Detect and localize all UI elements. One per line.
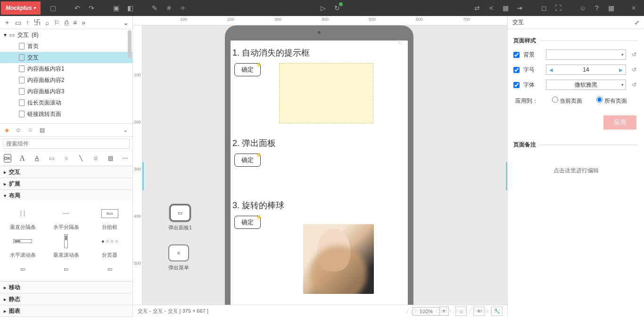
reset-icon[interactable]: ↺ (630, 51, 638, 58)
tree-item[interactable]: 内容面板内容2 (0, 74, 132, 86)
bg-color-picker[interactable]: ▾ (546, 49, 626, 60)
acc-extend[interactable]: 扩展 (0, 178, 132, 189)
paint-icon[interactable]: ✧ (179, 4, 187, 12)
publish-icon[interactable]: ⇥ (516, 4, 523, 12)
radio-all[interactable]: 所有页面 (596, 97, 627, 105)
collapse-icon[interactable]: ⤢ (635, 19, 639, 26)
toast-placeholder[interactable] (279, 63, 373, 123)
ruler-horizontal[interactable]: 100 200 300 400 500 600 700 (133, 16, 507, 25)
crop-icon[interactable]: ◧ (126, 4, 134, 12)
window-icon[interactable]: ◻ (540, 4, 548, 12)
qr-icon[interactable]: ▦ (502, 4, 509, 12)
app-logo[interactable]: Mockplus (1, 1, 41, 15)
ok-shape[interactable]: OK (4, 154, 11, 162)
rect-shape[interactable]: ▭ (48, 154, 55, 162)
fontsize-checkbox[interactable] (513, 67, 520, 73)
font-checkbox[interactable] (513, 82, 520, 88)
ok-button-2[interactable]: 确定⚡ (234, 154, 261, 167)
image-icon[interactable]: ▣ (112, 4, 120, 12)
flag-icon[interactable]: ⚐ (54, 19, 60, 26)
ok-button-1[interactable]: 确定⚡ (234, 63, 261, 76)
widget-extra[interactable]: ▭ (2, 260, 43, 277)
radio-current[interactable]: 当前页面 (552, 97, 582, 105)
zoom-value[interactable]: 100% (413, 307, 440, 316)
circle-shape[interactable]: ○ (63, 154, 70, 162)
share-icon[interactable]: < (487, 4, 495, 12)
zoom-dropdown[interactable]: ▾ (440, 307, 449, 316)
reset-icon[interactable]: ↺ (630, 81, 638, 88)
folder-icon[interactable]: ▭ (15, 19, 21, 26)
search-icon[interactable]: ⌕ (45, 19, 49, 26)
widget-pager[interactable]: ● ○ ○ ○分页器 (89, 233, 131, 259)
sync-icon[interactable]: ↻ (333, 4, 341, 12)
avatar-icon[interactable]: ▩ (607, 4, 615, 12)
tree-icon[interactable]: 卐 (34, 18, 41, 27)
float-popup-panel[interactable]: ▭弹出面板1 (168, 204, 192, 231)
sun-icon[interactable]: ☼ (455, 307, 467, 316)
reset-icon[interactable]: ↺ (630, 66, 638, 73)
widget-vdivider[interactable]: ┊┊垂直分隔条 (2, 205, 43, 231)
underline-shape[interactable]: A (33, 154, 41, 162)
eyedropper-icon[interactable]: ✎ (151, 4, 158, 12)
ok-button-3[interactable]: 确定⚡ (234, 216, 261, 229)
eye-icon[interactable]: 👁 (473, 307, 485, 316)
tree-root[interactable]: ▾▭ 交互 (8) (0, 29, 132, 41)
more-shape[interactable]: ⋯ (122, 154, 129, 162)
user-icon[interactable]: ☺ (579, 4, 586, 12)
right-handle[interactable] (506, 162, 507, 190)
widget-extra[interactable]: ▭ (89, 260, 131, 277)
fullscreen-icon[interactable]: ⛶ (554, 4, 562, 12)
acc-move[interactable]: 移动 (0, 281, 132, 293)
redo-icon[interactable]: ↷ (88, 4, 95, 12)
tree-item[interactable]: 内容面板内容1 (0, 63, 132, 74)
font-select[interactable]: 微软雅黑▾ (546, 80, 626, 90)
more-icon[interactable]: » (82, 19, 85, 26)
acc-interaction[interactable]: 交互 (0, 166, 132, 178)
add-icon[interactable]: ＋ (4, 18, 10, 27)
canvas-stage[interactable]: ▭弹出面板1 ≡弹出菜单 ↻ 1. 自动消失的提示框 确定⚡ 2. 弹出面板 (142, 25, 507, 305)
up-icon[interactable]: ↑ (26, 19, 29, 26)
grid-icon[interactable]: # (165, 4, 173, 12)
note-editor[interactable]: 点击这里进行编辑 (513, 153, 638, 189)
acc-annotate[interactable]: 批注 (0, 317, 132, 317)
tree-item[interactable]: 拉长页面滚动 (0, 97, 132, 108)
widget-vscroll[interactable]: 垂直滚动条 (45, 233, 87, 259)
search-input[interactable] (3, 138, 130, 149)
left-handle[interactable] (142, 162, 144, 190)
star-icon[interactable]: ☆ (28, 127, 33, 133)
export-icon[interactable]: ⇄ (473, 4, 481, 12)
text-shape[interactable]: A (19, 154, 26, 162)
smiley-icon[interactable]: ☺ (16, 127, 21, 133)
tree-scrollbar[interactable] (128, 30, 132, 58)
tree-item[interactable]: 首页 (0, 41, 132, 52)
bg-checkbox[interactable] (513, 52, 520, 58)
tree-item[interactable]: 链接跳转页面 (0, 108, 132, 120)
face-shape[interactable]: ☺ (92, 154, 99, 162)
wrench-icon[interactable]: 🔧 (491, 307, 503, 316)
play-icon[interactable]: ▷ (319, 4, 327, 12)
widget-hdivider[interactable]: ┈┈水平分隔条 (45, 205, 87, 231)
widget-groupbox[interactable]: Box分组框 (89, 205, 131, 231)
chevron-down-icon[interactable]: ⌄ (123, 19, 129, 26)
widget-extra[interactable]: ▭ (45, 260, 87, 277)
float-popup-menu[interactable]: ≡弹出菜单 (168, 244, 189, 271)
ruler-vertical[interactable]: 100 200 300 400 500 (133, 25, 142, 305)
tree-item[interactable]: 内容面板内容3 (0, 86, 132, 97)
template-icon[interactable]: ▤ (40, 127, 45, 133)
line-shape[interactable]: ╲ (77, 154, 84, 162)
save-icon[interactable]: ▢ (49, 4, 57, 12)
print-icon[interactable]: ⎙ (65, 19, 68, 26)
close-icon[interactable]: × (630, 4, 637, 12)
list-icon[interactable]: ≡ (73, 19, 77, 26)
acc-chart[interactable]: 图表 (0, 305, 132, 317)
device-screen[interactable]: 1. 自动消失的提示框 确定⚡ 2. 弹出面板 确定⚡ 3. 旋转的棒球 确定⚡ (231, 41, 408, 305)
device-reload-icon[interactable]: ↻ (397, 39, 403, 46)
components-icon[interactable]: ◈ (5, 127, 9, 133)
undo-icon[interactable]: ↶ (74, 4, 81, 12)
help-icon[interactable]: ? (593, 4, 601, 12)
widget-hscroll[interactable]: 水平滚动条 (2, 233, 43, 259)
fontsize-stepper[interactable]: ◀14▶ (546, 65, 626, 75)
tree-item-selected[interactable]: 交互 (0, 52, 132, 63)
acc-static[interactable]: 静态 (0, 293, 132, 305)
sample-image[interactable] (303, 224, 374, 294)
